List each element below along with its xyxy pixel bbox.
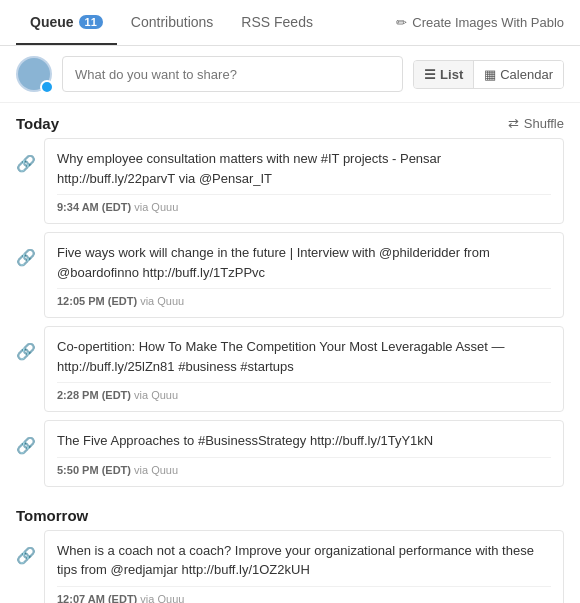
link-icon[interactable]: 🔗 [16, 154, 36, 173]
section-title-tomorrow: Tomorrow [16, 507, 88, 524]
post-meta: 12:05 PM (EDT) via Quuu [57, 288, 551, 307]
compose-bar: ☰ List ▦ Calendar [0, 46, 580, 103]
tab-queue-label: Queue [30, 14, 74, 30]
post-time: 5:50 PM (EDT) [57, 464, 131, 476]
list-view-label: List [440, 67, 463, 82]
queue-badge: 11 [79, 15, 103, 29]
post-text: The Five Approaches to #BusinessStrategy… [57, 431, 551, 451]
link-icon[interactable]: 🔗 [16, 546, 36, 565]
post-text: Co-opertition: How To Make The Competiti… [57, 337, 551, 376]
post-via: via Quuu [134, 464, 178, 476]
post-card: The Five Approaches to #BusinessStrategy… [44, 420, 564, 487]
tab-rss-feeds-label: RSS Feeds [241, 14, 313, 30]
post-row: 🔗When is a coach not a coach? Improve yo… [16, 530, 564, 604]
create-images-label: Create Images With Pablo [412, 15, 564, 30]
post-via: via Quuu [140, 295, 184, 307]
post-meta: 2:28 PM (EDT) via Quuu [57, 382, 551, 401]
list-view-button[interactable]: ☰ List [414, 61, 474, 88]
post-row: 🔗Five ways work will change in the futur… [16, 232, 564, 318]
post-row: 🔗The Five Approaches to #BusinessStrateg… [16, 420, 564, 487]
post-time: 2:28 PM (EDT) [57, 389, 131, 401]
tab-rss-feeds[interactable]: RSS Feeds [227, 0, 327, 45]
pencil-icon: ✏ [396, 15, 407, 30]
shuffle-label: Shuffle [524, 116, 564, 131]
section-header-today: Today⇄Shuffle [16, 103, 564, 138]
post-card: Co-opertition: How To Make The Competiti… [44, 326, 564, 412]
tab-contributions[interactable]: Contributions [117, 0, 228, 45]
create-images-btn[interactable]: ✏ Create Images With Pablo [396, 15, 564, 30]
calendar-view-label: Calendar [500, 67, 553, 82]
list-icon: ☰ [424, 67, 436, 82]
post-time: 12:07 AM (EDT) [57, 593, 137, 604]
shuffle-button[interactable]: ⇄Shuffle [508, 116, 564, 131]
post-text: Five ways work will change in the future… [57, 243, 551, 282]
link-icon[interactable]: 🔗 [16, 436, 36, 455]
calendar-icon: ▦ [484, 67, 496, 82]
post-text: When is a coach not a coach? Improve you… [57, 541, 551, 580]
post-via: via Quuu [134, 201, 178, 213]
calendar-view-button[interactable]: ▦ Calendar [474, 61, 563, 88]
post-via: via Quuu [140, 593, 184, 604]
section-header-tomorrow: Tomorrow [16, 495, 564, 530]
nav-bar: Queue 11 Contributions RSS Feeds ✏ Creat… [0, 0, 580, 46]
post-via: via Quuu [134, 389, 178, 401]
link-icon[interactable]: 🔗 [16, 248, 36, 267]
avatar [16, 56, 52, 92]
post-card: When is a coach not a coach? Improve you… [44, 530, 564, 604]
post-row: 🔗Co-opertition: How To Make The Competit… [16, 326, 564, 412]
post-card: Five ways work will change in the future… [44, 232, 564, 318]
tab-queue[interactable]: Queue 11 [16, 0, 117, 45]
content-area: Today⇄Shuffle🔗Why employee consultation … [0, 103, 580, 603]
post-time: 9:34 AM (EDT) [57, 201, 131, 213]
section-title-today: Today [16, 115, 59, 132]
tab-contributions-label: Contributions [131, 14, 214, 30]
post-meta: 9:34 AM (EDT) via Quuu [57, 194, 551, 213]
twitter-badge [40, 80, 54, 94]
shuffle-icon: ⇄ [508, 116, 519, 131]
compose-input[interactable] [62, 56, 403, 92]
link-icon[interactable]: 🔗 [16, 342, 36, 361]
post-row: 🔗Why employee consultation matters with … [16, 138, 564, 224]
view-toggle: ☰ List ▦ Calendar [413, 60, 564, 89]
post-time: 12:05 PM (EDT) [57, 295, 137, 307]
post-text: Why employee consultation matters with n… [57, 149, 551, 188]
post-card: Why employee consultation matters with n… [44, 138, 564, 224]
post-meta: 5:50 PM (EDT) via Quuu [57, 457, 551, 476]
post-meta: 12:07 AM (EDT) via Quuu [57, 586, 551, 604]
